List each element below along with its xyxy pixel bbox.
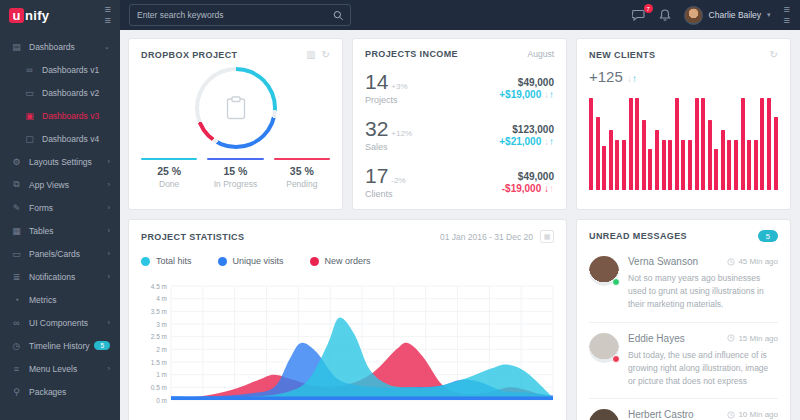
legend-item-unique-visits[interactable]: Unique visits <box>218 256 284 266</box>
sidebar-toggle-icon[interactable]: ≡≡ <box>105 4 111 26</box>
bar <box>609 130 613 190</box>
notifications-bell-icon[interactable] <box>659 9 671 22</box>
sidebar-item-metrics[interactable]: ◔Metrics <box>0 288 120 311</box>
sidebar-item-timeline-history[interactable]: ◷Timeline History5 <box>0 334 120 357</box>
income-period[interactable]: August <box>528 49 554 59</box>
sidebar-item-label: Tables <box>29 226 54 236</box>
statistics-area-chart: 0 m0.5 m1 m1.5 m2 m2.5 m3 m3.5 m4 m4.5 m <box>141 280 554 416</box>
stat-label: In Progress <box>207 179 263 189</box>
bar <box>701 98 705 190</box>
chevron-down-icon: ▾ <box>767 11 771 19</box>
forms-icon: ✎ <box>10 203 23 213</box>
sidebar-item-label: Dashboards v1 <box>42 65 99 75</box>
sidebar-item-packages[interactable]: ⚲Packages <box>0 380 120 403</box>
layouts-settings-icon: ⚙ <box>10 157 23 167</box>
sidebar-item-ui-components[interactable]: ∞UI Components› <box>0 311 120 334</box>
arrow-up-icon: ↑ <box>549 183 554 194</box>
dashboards-v1-icon: ∞ <box>23 65 36 75</box>
bar <box>688 140 692 190</box>
stat-color-bar <box>274 158 330 160</box>
income-left: 32+12% Sales <box>365 118 412 152</box>
app-views-icon: ⧉ <box>10 179 23 190</box>
sender-avatar[interactable] <box>589 256 619 286</box>
sidebar-item-tables[interactable]: ▦Tables› <box>0 219 120 242</box>
timeline-history-icon: ◷ <box>10 341 23 351</box>
bar <box>675 98 679 190</box>
income-number: 32 <box>365 117 388 140</box>
sidebar-item-dashboards-v1[interactable]: ∞Dashboards v1 <box>0 58 120 81</box>
messages-icon[interactable]: 7 <box>632 9 646 21</box>
stat-value: 25 % <box>141 165 197 177</box>
income-label: Clients <box>365 189 406 199</box>
sidebar-item-dashboards[interactable]: ▤Dashboards⌄ <box>0 35 120 58</box>
sidebar-item-label: Dashboards v3 <box>42 111 99 121</box>
svg-text:2 m: 2 m <box>156 346 167 353</box>
topbar-actions: 7 Charlie Bailey ▾ ≡≡ <box>632 0 800 30</box>
dashboards-v2-icon: ▭ <box>23 88 36 98</box>
svg-text:4 m: 4 m <box>156 295 167 302</box>
calendar-icon[interactable]: ▦ <box>540 230 554 243</box>
sidebar-item-app-views[interactable]: ⧉App Views› <box>0 173 120 196</box>
legend-item-new-orders[interactable]: New orders <box>310 256 371 266</box>
svg-text:3 m: 3 m <box>156 321 167 328</box>
refresh-icon[interactable]: ↻ <box>322 49 330 60</box>
progress-stat-pending: 35 %Pending <box>274 158 330 189</box>
sender-avatar[interactable] <box>589 409 619 420</box>
bar <box>622 140 626 190</box>
message-item-eddie-hayes[interactable]: Eddie Hayes 15 Min ago But today, the us… <box>589 322 778 399</box>
stat-label: Pending <box>274 179 330 189</box>
sender-avatar[interactable] <box>589 333 619 363</box>
income-card-title: PROJECTS INCOME <box>365 49 458 59</box>
bar <box>642 120 646 190</box>
sidebar-item-dashboards-v3[interactable]: ▣Dashboards v3 <box>0 104 120 127</box>
metrics-icon: ◔ <box>10 295 23 305</box>
message-text: But today, the use and influence of is g… <box>628 349 778 389</box>
clipboard-icon <box>226 96 246 120</box>
sidebar-item-layouts-settings[interactable]: ⚙Layouts Settings› <box>0 150 120 173</box>
income-label: Sales <box>365 142 412 152</box>
user-avatar[interactable] <box>684 6 703 25</box>
sidebar-item-menu-levels[interactable]: ≡Menu Levels› <box>0 357 120 380</box>
search-input[interactable] <box>137 10 333 20</box>
project-progress-donut-chart <box>195 67 277 149</box>
legend-label: Total hits <box>156 256 192 266</box>
legend-item-total-hits[interactable]: Total hits <box>141 256 192 266</box>
user-menu[interactable]: Charlie Bailey ▾ <box>684 6 771 25</box>
bar <box>727 140 731 190</box>
sidebar-item-panels-cards[interactable]: ▭Panels/Cards› <box>0 242 120 265</box>
bar <box>629 98 633 190</box>
notifications-icon: ≣ <box>10 272 23 282</box>
income-right: $49,000 +$19,000 ↓↑ <box>499 77 554 100</box>
svg-text:2.5 m: 2.5 m <box>151 333 167 340</box>
search-bar[interactable] <box>129 4 351 26</box>
income-delta: +3% <box>391 82 407 91</box>
message-item-verna-swanson[interactable]: Verna Swanson 45 Min ago Not so many yea… <box>589 252 778 322</box>
stat-label: Done <box>141 179 197 189</box>
chart-panel-icon[interactable]: ▥ <box>306 49 315 60</box>
sidebar-item-notifications[interactable]: ≣Notifications› <box>0 265 120 288</box>
sidebar-item-forms[interactable]: ✎Forms› <box>0 196 120 219</box>
message-item-herbert-castro[interactable]: Herbert Castro 10 Min ago But today, the… <box>589 398 778 420</box>
arrow-up-icon: ↑ <box>549 136 554 147</box>
chevron-icon: › <box>108 318 111 327</box>
bar <box>681 140 685 190</box>
brand-zone: u nify ≡≡ <box>0 0 120 30</box>
income-row-sales: 32+12% Sales $123,000 +$21,000 ↓↑ <box>365 112 554 159</box>
refresh-icon[interactable]: ↻ <box>770 49 778 60</box>
sidebar-item-dashboards-v2[interactable]: ▭Dashboards v2 <box>0 81 120 104</box>
sidebar-item-dashboards-v4[interactable]: ▢Dashboards v4 <box>0 127 120 150</box>
dropbox-card-title: DROPBOX PROJECT <box>141 50 238 60</box>
date-range-picker[interactable]: 01 Jan 2016 - 31 Dec 20 <box>440 232 533 242</box>
sender-name: Verna Swanson <box>628 256 698 267</box>
svg-text:0.5 m: 0.5 m <box>151 384 167 391</box>
dashboards-v3-icon: ▣ <box>23 111 36 121</box>
sidebar-item-label: Dashboards v2 <box>42 88 99 98</box>
card-project-statistics: PROJECT STATISTICS 01 Jan 2016 - 31 Dec … <box>128 219 567 420</box>
app-logo[interactable]: u nify <box>9 8 49 23</box>
message-time: 10 Min ago <box>727 410 778 419</box>
settings-menu-icon[interactable]: ≡≡ <box>784 4 790 26</box>
sidebar-item-badge: 5 <box>94 341 110 350</box>
svg-text:1 m: 1 m <box>156 371 167 378</box>
search-icon[interactable] <box>333 10 343 21</box>
ui-components-icon: ∞ <box>10 318 23 328</box>
